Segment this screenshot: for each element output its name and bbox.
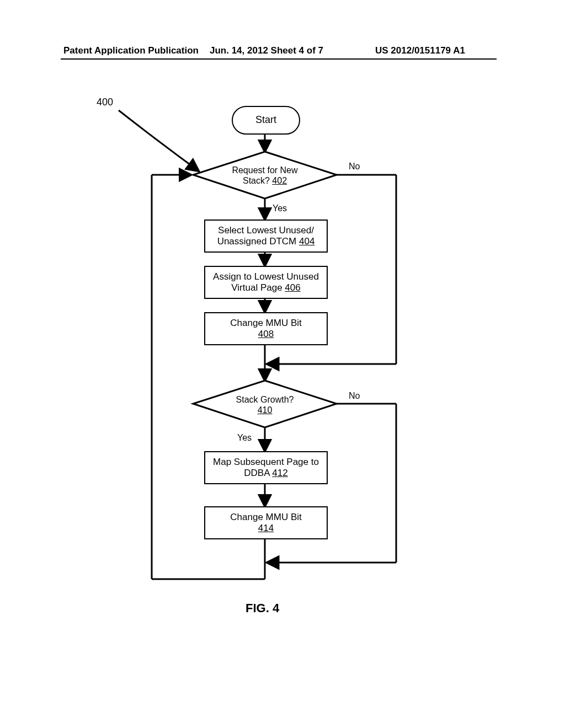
box5-line1: Change MMU Bit: [230, 512, 301, 522]
box4-line1: Map Subsequent Page to: [213, 457, 319, 467]
box2-ref: 406: [285, 282, 300, 293]
box-assign-virtual-page: Assign to Lowest Unused Virtual Page 406: [204, 266, 328, 299]
box3-ref: 408: [258, 329, 274, 339]
dec2-no-label: No: [349, 390, 360, 401]
box3-line1: Change MMU Bit: [230, 318, 301, 328]
box2-line1: Assign to Lowest Unused: [213, 271, 319, 282]
flowchart: 400: [0, 94, 565, 673]
box-change-mmu-bit-1: Change MMU Bit 408: [204, 312, 328, 345]
dec1-line2a: Stack?: [243, 176, 272, 185]
box4-ref: 412: [272, 468, 287, 478]
box-select-lowest-dtcm: Select Lowest Unused/ Unassigned DTCM 40…: [204, 220, 328, 253]
box1-line2a: Unassigned DTCM: [217, 236, 299, 247]
box-change-mmu-bit-2: Change MMU Bit 414: [204, 506, 328, 539]
box4-line2a: DDBA: [244, 468, 272, 478]
box-map-subsequent-page: Map Subsequent Page to DDBA 412: [204, 451, 328, 484]
dec1-yes-label: Yes: [273, 203, 287, 213]
dec1-no-label: No: [349, 161, 360, 172]
dec1-ref: 402: [272, 176, 287, 185]
start-terminator: Start: [232, 106, 300, 135]
header-date-sheet: Jun. 14, 2012 Sheet 4 of 7: [210, 45, 323, 56]
dec2-line1: Stack Growth?: [236, 395, 294, 404]
box1-ref: 404: [299, 236, 315, 247]
box5-ref: 414: [258, 523, 274, 533]
start-label: Start: [255, 114, 276, 126]
decision-stack-growth: Stack Growth? 410: [204, 393, 326, 417]
dec1-line1: Request for New: [232, 165, 297, 175]
figure-label: FIG. 4: [246, 601, 279, 615]
header-publication: Patent Application Publication: [63, 45, 199, 56]
decision-request-new-stack: Request for New Stack? 402: [204, 163, 326, 188]
dec2-yes-label: Yes: [237, 432, 252, 443]
dec2-ref: 410: [258, 405, 273, 415]
header-pubnumber: US 2012/0151179 A1: [375, 45, 465, 56]
box1-line1: Select Lowest Unused/: [218, 225, 314, 235]
box2-line2a: Virtual Page: [231, 282, 285, 293]
header-rule: [61, 58, 497, 60]
